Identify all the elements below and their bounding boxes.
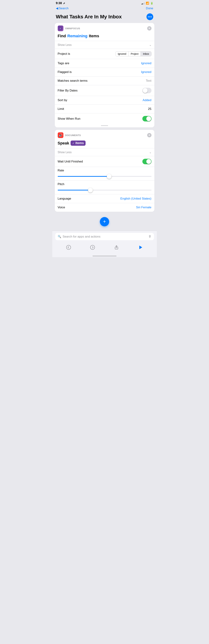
speaker-icon: 🔊: [59, 133, 63, 137]
pitch-slider[interactable]: [58, 188, 151, 192]
status-icons: 📶 🔋: [141, 2, 153, 5]
flagged-is-label: Flagged is: [58, 70, 72, 74]
documents-card: 🔊 DOCUMENTS ✕ Speak ✓ Items Show Less ⌄ …: [55, 130, 154, 212]
project-segmented-control[interactable]: Ignored Project Inbox: [115, 51, 151, 56]
omnifocus-card: ✓ OMNIFOCUS ✕ Find Remaining Items Show …: [55, 23, 154, 127]
limit-row[interactable]: Limit 25: [55, 104, 154, 113]
sort-by-row[interactable]: Sort by Added: [55, 96, 154, 104]
microphone-icon[interactable]: 🎙: [148, 235, 151, 238]
home-indicator: [52, 254, 157, 257]
battery-icon: 🔋: [150, 2, 153, 5]
rate-slider-row: Rate: [55, 167, 154, 180]
tags-are-label: Tags are: [58, 62, 69, 65]
sort-by-value[interactable]: Added: [143, 98, 151, 102]
add-button[interactable]: +: [100, 217, 109, 226]
pitch-slider-fill: [58, 190, 91, 190]
rate-slider-fill: [58, 176, 109, 177]
show-less-label: Show Less: [58, 43, 72, 46]
search-placeholder: Search for apps and actions: [63, 235, 147, 238]
language-row[interactable]: Language English (United States): [55, 194, 154, 203]
back-history-button[interactable]: [65, 244, 73, 251]
forward-history-button[interactable]: [89, 244, 96, 251]
limit-label: Limit: [58, 107, 64, 111]
documents-show-less-row[interactable]: Show Less ⌄: [55, 148, 154, 156]
omnifocus-find-row: Find Remaining Items: [55, 33, 154, 41]
segment-inbox[interactable]: Inbox: [141, 52, 151, 56]
rate-slider-thumb[interactable]: [107, 174, 111, 179]
svg-point-1: [90, 245, 95, 250]
limit-value[interactable]: 25: [148, 107, 151, 111]
nav-back-button[interactable]: ◀ Search: [56, 6, 69, 10]
add-button-container: +: [52, 214, 157, 229]
segment-project[interactable]: Project: [129, 52, 141, 56]
filter-by-dates-row: Filter By Dates: [55, 85, 154, 96]
more-button[interactable]: [146, 14, 153, 20]
search-icon: 🔍: [58, 235, 61, 238]
search-input-row[interactable]: 🔍 Search for apps and actions 🎙: [55, 233, 154, 240]
page-header: What Tasks Are In My Inbox: [52, 12, 157, 23]
matches-search-row[interactable]: Matches search terms Text: [55, 76, 154, 85]
filter-by-dates-label: Filter By Dates: [58, 89, 78, 92]
share-button[interactable]: [113, 244, 120, 251]
wait-until-finished-toggle[interactable]: [142, 159, 151, 164]
language-label: Language: [58, 197, 71, 200]
items-check-icon: ✓: [72, 142, 75, 145]
omnifocus-app-name: OMNIFOCUS: [65, 27, 80, 30]
speak-items-badge[interactable]: ✓ Items: [71, 140, 86, 146]
pitch-slider-row: Pitch: [55, 180, 154, 194]
remaining-button[interactable]: Remaining: [67, 34, 87, 38]
omnifocus-app-icon: ✓: [58, 26, 63, 31]
play-icon: [138, 245, 143, 250]
play-button[interactable]: [136, 244, 144, 251]
filter-by-dates-toggle[interactable]: [142, 88, 151, 93]
status-time: 9:38 ⇗: [56, 2, 65, 5]
rate-label: Rate: [58, 169, 64, 172]
rate-slider[interactable]: [58, 174, 151, 179]
scroll-indicator: [55, 124, 154, 127]
flagged-is-value[interactable]: Ignored: [141, 70, 151, 74]
svg-marker-4: [139, 246, 142, 249]
documents-show-less-chevron-icon: ⌄: [149, 150, 151, 154]
location-icon: ⇗: [63, 2, 65, 5]
documents-app-icon: 🔊: [58, 132, 63, 138]
project-is-label: Project is: [58, 52, 70, 56]
language-value[interactable]: English (United States): [120, 197, 151, 200]
speak-row: Speak ✓ Items: [55, 140, 154, 148]
pitch-label: Pitch: [58, 182, 65, 186]
omnifocus-close-button[interactable]: ✕: [147, 26, 151, 30]
add-icon: +: [103, 219, 106, 224]
sort-by-label: Sort by: [58, 98, 67, 102]
pitch-slider-thumb[interactable]: [88, 188, 93, 192]
documents-app-name: DOCUMENTS: [65, 134, 81, 136]
voice-label: Voice: [58, 206, 65, 209]
voice-row[interactable]: Voice Siri Female: [55, 203, 154, 212]
speak-items-label: Items: [75, 141, 84, 145]
flagged-is-row[interactable]: Flagged is Ignored: [55, 68, 154, 76]
show-when-run-toggle[interactable]: [142, 116, 151, 122]
omnifocus-check-icon: ✓: [59, 26, 62, 30]
find-label: Find: [58, 34, 66, 38]
tags-are-value[interactable]: Ignored: [141, 62, 151, 65]
voice-value[interactable]: Siri Female: [136, 206, 151, 209]
back-chevron-icon: ◀: [56, 6, 58, 10]
project-is-row: Project is Ignored Project Inbox: [55, 49, 154, 59]
share-icon: [114, 245, 119, 250]
show-less-chevron-icon: ⌄: [149, 43, 151, 46]
tags-are-row[interactable]: Tags are Ignored: [55, 59, 154, 68]
back-history-icon: [66, 245, 71, 250]
wait-until-finished-label: Wait Until Finished: [58, 160, 83, 163]
matches-search-label: Matches search terms: [58, 79, 88, 82]
documents-close-button[interactable]: ✕: [147, 133, 151, 137]
show-when-run-label: Show When Run: [58, 117, 81, 120]
documents-show-less-label: Show Less: [58, 151, 72, 154]
wifi-icon: 📶: [146, 2, 149, 5]
omnifocus-card-header: ✓ OMNIFOCUS ✕: [55, 23, 154, 33]
done-button[interactable]: Done: [146, 6, 153, 10]
page-title: What Tasks Are In My Inbox: [56, 14, 144, 20]
wait-until-finished-row: Wait Until Finished: [55, 156, 154, 167]
omnifocus-show-less-row[interactable]: Show Less ⌄: [55, 41, 154, 49]
segment-ignored[interactable]: Ignored: [116, 52, 128, 56]
signal-bars: [141, 2, 145, 4]
nav-bar: ◀ Search Done: [52, 6, 157, 12]
bottom-search-bar: 🔍 Search for apps and actions 🎙: [52, 230, 157, 242]
